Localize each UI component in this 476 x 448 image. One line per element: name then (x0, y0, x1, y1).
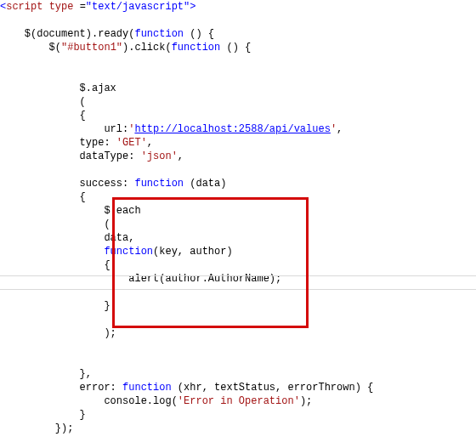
indent (0, 246, 104, 258)
attr-val: "text/javascript" (86, 1, 190, 13)
each-data: data, (0, 232, 134, 244)
keyword-function: function (172, 42, 221, 54)
type-val: 'GET' (116, 137, 147, 149)
each-line: $.each (0, 205, 141, 217)
success-close: }, (0, 368, 92, 380)
comma: , (178, 150, 184, 162)
url-key: url: (0, 123, 128, 135)
paren-open: ( (0, 218, 110, 230)
code-block: <script type ="text/javascript"> $(docum… (0, 0, 476, 435)
error-tail: (xhr, textStatus, errorThrown) { (172, 382, 374, 394)
datatype-key: dataType: (0, 150, 141, 162)
success-tail: (data) (184, 178, 226, 190)
btn-tail: ).click( (122, 42, 172, 54)
equals: = (73, 1, 85, 13)
paren-open: ( (0, 96, 86, 108)
jquery-ready: $(document).ready( (25, 28, 135, 40)
tag-script: script (6, 1, 42, 13)
keyword-function: function (134, 28, 184, 40)
angle-close: > (190, 1, 196, 13)
brace-close: } (0, 409, 86, 421)
keyword-function: function (134, 178, 184, 190)
fn-tail-2: () { (220, 42, 251, 54)
paren-close: ); (0, 327, 116, 339)
brace-close: } (0, 300, 110, 312)
guide-line (0, 275, 476, 276)
success-key: success: (0, 178, 134, 190)
keyword-function: function (104, 246, 153, 258)
console-log: console.log( (0, 395, 178, 407)
brace-open: { (0, 259, 110, 271)
fn-tail: () { (184, 28, 214, 40)
comma: , (147, 137, 153, 149)
url-quote: ' (331, 123, 337, 135)
url-link[interactable]: http://localhost:2588/api/values (134, 123, 330, 135)
code-container: <script type ="text/javascript"> $(docum… (0, 0, 476, 448)
attr-type: type (49, 1, 74, 13)
datatype-val: 'json' (141, 150, 178, 162)
ajax-line: $.ajax (0, 82, 116, 94)
selector: "#button1" (61, 42, 122, 54)
ajax-close: }); (0, 422, 73, 434)
each-params: (key, author) (153, 246, 233, 258)
guide-line (0, 289, 476, 290)
brace-open: { (0, 191, 86, 203)
keyword-function: function (122, 382, 172, 394)
type-key: type: (0, 137, 116, 149)
error-msg: 'Error in Operation' (178, 395, 300, 407)
console-close: ); (300, 395, 312, 407)
btn-line: $( (0, 42, 61, 54)
comma: , (337, 123, 343, 135)
brace-open: { (0, 110, 86, 122)
error-key: error: (0, 382, 122, 394)
